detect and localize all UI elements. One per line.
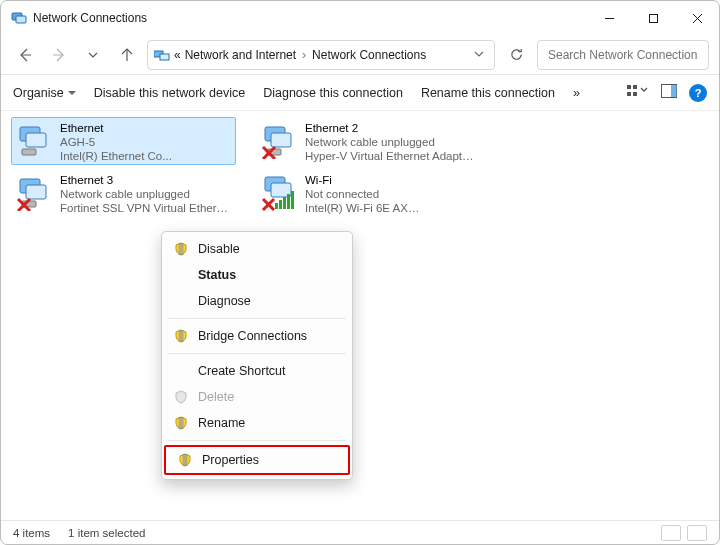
adapter-name: Ethernet [60, 121, 172, 135]
svg-rect-37 [287, 194, 290, 209]
adapter-icon [16, 121, 54, 159]
more-commands-button[interactable]: » [573, 86, 580, 100]
minimize-button[interactable] [587, 3, 631, 33]
svg-rect-16 [633, 92, 637, 96]
shield-icon [176, 453, 194, 467]
close-button[interactable] [675, 3, 719, 33]
adapter-item-wifi[interactable]: Wi-Fi Not connected Intel(R) Wi-Fi 6E AX… [256, 169, 481, 217]
recent-locations-button[interactable] [79, 41, 107, 69]
adapter-item-ethernet-2[interactable]: Ethernet 2 Network cable unplugged Hyper… [256, 117, 481, 165]
status-item-count: 4 items [13, 527, 50, 539]
refresh-icon [509, 47, 524, 62]
menu-item-properties[interactable]: Properties [164, 445, 350, 475]
search-input[interactable] [546, 47, 700, 63]
organise-button[interactable]: Organise [13, 86, 76, 100]
adapter-device: Fortinet SSL VPN Virtual Ethernet … [60, 201, 231, 215]
network-connections-window: Network Connections [0, 0, 720, 545]
menu-separator [168, 440, 346, 441]
breadcrumb-separator [300, 48, 308, 62]
adapter-icon [16, 173, 54, 211]
shield-icon [172, 242, 190, 256]
maximize-button[interactable] [631, 3, 675, 33]
shield-icon [172, 390, 190, 404]
window-title: Network Connections [11, 10, 147, 26]
menu-separator [168, 318, 346, 319]
cross-overlay-icon [263, 199, 274, 210]
breadcrumb-seg-2[interactable]: Network Connections [312, 48, 426, 62]
svg-rect-3 [649, 14, 657, 22]
up-button[interactable] [113, 41, 141, 69]
adapter-device: Intel(R) Ethernet Co... [60, 149, 172, 163]
window-title-text: Network Connections [33, 11, 147, 25]
svg-rect-15 [627, 92, 631, 96]
adapter-status: Network cable unplugged [60, 187, 231, 201]
adapter-status: AGH-5 [60, 135, 172, 149]
svg-rect-14 [633, 85, 637, 89]
menu-separator [168, 353, 346, 354]
search-box[interactable] [537, 40, 709, 70]
titlebar: Network Connections [1, 1, 719, 35]
svg-rect-38 [291, 191, 294, 209]
preview-pane-icon [661, 84, 677, 98]
disable-device-button[interactable]: Disable this network device [94, 86, 245, 100]
svg-rect-20 [26, 133, 46, 147]
svg-rect-13 [627, 85, 631, 89]
menu-item-delete: Delete [162, 384, 352, 410]
adapter-list: Ethernet AGH-5 Intel(R) Ethernet Co... [1, 111, 719, 520]
svg-rect-36 [283, 197, 286, 209]
status-selected-count: 1 item selected [68, 527, 145, 539]
svg-rect-35 [279, 200, 282, 209]
shield-icon [172, 416, 190, 430]
adapter-device: Intel(R) Wi-Fi 6E AX… [305, 201, 419, 215]
caret-down-icon [68, 89, 76, 97]
adapter-status: Network cable unplugged [305, 135, 476, 149]
breadcrumb[interactable]: « Network and Internet Network Connectio… [147, 40, 495, 70]
chevron-down-icon [474, 49, 484, 59]
navigation-bar: « Network and Internet Network Connectio… [1, 35, 719, 75]
network-connections-icon [11, 10, 27, 26]
menu-item-status[interactable]: Status [162, 262, 352, 288]
view-options-button[interactable] [627, 84, 649, 101]
help-button[interactable]: ? [689, 84, 707, 102]
adapter-name: Ethernet 2 [305, 121, 476, 135]
preview-pane-button[interactable] [661, 84, 677, 101]
refresh-button[interactable] [501, 40, 531, 70]
adapter-item-ethernet-3[interactable]: Ethernet 3 Network cable unplugged Forti… [11, 169, 236, 217]
diagnose-connection-button[interactable]: Diagnose this connection [263, 86, 403, 100]
adapter-status: Not connected [305, 187, 419, 201]
svg-rect-1 [16, 16, 26, 23]
menu-item-disable[interactable]: Disable [162, 236, 352, 262]
svg-rect-10 [160, 54, 169, 60]
rename-connection-button[interactable]: Rename this connection [421, 86, 555, 100]
adapter-icon [261, 121, 299, 159]
adapter-name: Wi-Fi [305, 173, 419, 187]
menu-item-bridge[interactable]: Bridge Connections [162, 323, 352, 349]
svg-rect-28 [26, 185, 46, 199]
shield-icon [172, 329, 190, 343]
control-panel-icon [154, 49, 170, 61]
menu-item-rename[interactable]: Rename [162, 410, 352, 436]
adapter-icon [261, 173, 299, 211]
chevron-down-icon [88, 50, 98, 60]
arrow-right-icon [51, 47, 67, 63]
command-bar: Organise Disable this network device Dia… [1, 75, 719, 111]
svg-rect-23 [271, 133, 291, 147]
breadcrumb-root-sep: « [174, 48, 181, 62]
adapter-item-ethernet[interactable]: Ethernet AGH-5 Intel(R) Ethernet Co... [11, 117, 236, 165]
arrow-left-icon [17, 47, 33, 63]
large-icons-view-button[interactable] [687, 525, 707, 541]
menu-item-diagnose[interactable]: Diagnose [162, 288, 352, 314]
adapter-device: Hyper-V Virtual Ethernet Adapter (… [305, 149, 476, 163]
back-button[interactable] [11, 41, 39, 69]
arrow-up-icon [119, 47, 135, 63]
breadcrumb-dropdown[interactable] [474, 48, 488, 62]
view-options-icon [627, 84, 649, 98]
forward-button[interactable] [45, 41, 73, 69]
svg-rect-18 [671, 85, 677, 97]
svg-rect-34 [275, 203, 278, 209]
breadcrumb-seg-1[interactable]: Network and Internet [185, 48, 296, 62]
details-view-button[interactable] [661, 525, 681, 541]
svg-rect-21 [22, 149, 36, 155]
status-bar: 4 items 1 item selected [1, 520, 719, 544]
menu-item-create-shortcut[interactable]: Create Shortcut [162, 358, 352, 384]
